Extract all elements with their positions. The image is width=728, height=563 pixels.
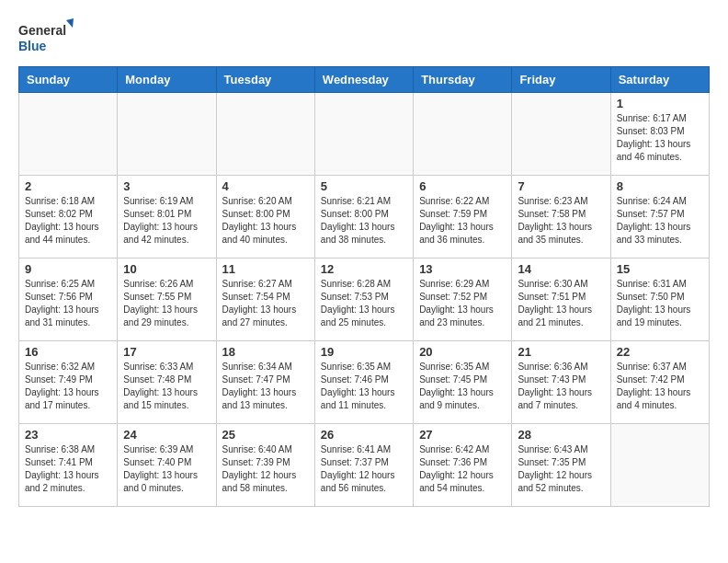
day-number: 15	[617, 262, 703, 276]
day-info: Sunrise: 6:20 AM Sunset: 8:00 PM Dayligh…	[222, 195, 309, 247]
calendar-cell: 15Sunrise: 6:31 AM Sunset: 7:50 PM Dayli…	[610, 259, 709, 341]
svg-marker-1	[66, 18, 74, 28]
day-number: 22	[617, 345, 703, 359]
day-info: Sunrise: 6:35 AM Sunset: 7:46 PM Dayligh…	[321, 361, 407, 412]
day-info: Sunrise: 6:18 AM Sunset: 8:02 PM Dayligh…	[25, 195, 111, 247]
day-number: 3	[123, 179, 210, 193]
day-info: Sunrise: 6:24 AM Sunset: 7:57 PM Dayligh…	[617, 195, 703, 247]
weekday-header-row: SundayMondayTuesdayWednesdayThursdayFrid…	[19, 67, 710, 93]
weekday-header-friday: Friday	[512, 67, 610, 93]
calendar-week-row: 16Sunrise: 6:32 AM Sunset: 7:49 PM Dayli…	[19, 341, 710, 424]
day-number: 18	[222, 345, 309, 359]
weekday-header-saturday: Saturday	[610, 67, 709, 93]
day-number: 7	[518, 179, 604, 193]
calendar-cell: 6Sunrise: 6:22 AM Sunset: 7:59 PM Daylig…	[414, 176, 512, 259]
day-info: Sunrise: 6:37 AM Sunset: 7:42 PM Dayligh…	[617, 361, 703, 412]
day-info: Sunrise: 6:34 AM Sunset: 7:47 PM Dayligh…	[222, 361, 309, 412]
svg-text:General: General	[18, 23, 66, 38]
calendar-cell: 10Sunrise: 6:26 AM Sunset: 7:55 PM Dayli…	[118, 259, 216, 341]
calendar-week-row: 9Sunrise: 6:25 AM Sunset: 7:56 PM Daylig…	[19, 259, 710, 341]
logo-svg: General Blue	[18, 18, 74, 55]
calendar-cell: 27Sunrise: 6:42 AM Sunset: 7:36 PM Dayli…	[414, 424, 512, 507]
day-number: 23	[25, 428, 111, 442]
calendar-cell	[314, 93, 413, 176]
day-info: Sunrise: 6:27 AM Sunset: 7:54 PM Dayligh…	[222, 278, 309, 329]
day-number: 28	[518, 428, 604, 442]
day-info: Sunrise: 6:30 AM Sunset: 7:51 PM Dayligh…	[518, 278, 604, 329]
calendar-cell: 20Sunrise: 6:35 AM Sunset: 7:45 PM Dayli…	[414, 341, 512, 424]
calendar-cell	[512, 93, 610, 176]
day-info: Sunrise: 6:42 AM Sunset: 7:36 PM Dayligh…	[419, 443, 506, 495]
calendar-week-row: 23Sunrise: 6:38 AM Sunset: 7:41 PM Dayli…	[19, 424, 710, 507]
day-info: Sunrise: 6:21 AM Sunset: 8:00 PM Dayligh…	[321, 195, 407, 247]
calendar-cell: 8Sunrise: 6:24 AM Sunset: 7:57 PM Daylig…	[610, 176, 709, 259]
day-number: 25	[222, 428, 309, 442]
day-info: Sunrise: 6:29 AM Sunset: 7:52 PM Dayligh…	[419, 278, 506, 329]
day-info: Sunrise: 6:41 AM Sunset: 7:37 PM Dayligh…	[321, 443, 407, 495]
calendar-cell: 12Sunrise: 6:28 AM Sunset: 7:53 PM Dayli…	[314, 259, 413, 341]
day-number: 27	[419, 428, 506, 442]
calendar-week-row: 1Sunrise: 6:17 AM Sunset: 8:03 PM Daylig…	[19, 93, 710, 176]
calendar-cell	[118, 93, 216, 176]
svg-text:Blue: Blue	[18, 39, 47, 53]
day-number: 9	[25, 262, 111, 276]
day-info: Sunrise: 6:35 AM Sunset: 7:45 PM Dayligh…	[419, 361, 506, 412]
logo: General Blue	[18, 18, 74, 55]
calendar-cell: 2Sunrise: 6:18 AM Sunset: 8:02 PM Daylig…	[19, 176, 118, 259]
day-info: Sunrise: 6:17 AM Sunset: 8:03 PM Dayligh…	[617, 112, 703, 164]
day-number: 2	[25, 179, 111, 193]
day-number: 21	[518, 345, 604, 359]
day-number: 1	[617, 97, 703, 110]
day-info: Sunrise: 6:38 AM Sunset: 7:41 PM Dayligh…	[25, 443, 111, 495]
day-info: Sunrise: 6:39 AM Sunset: 7:40 PM Dayligh…	[123, 443, 210, 495]
weekday-header-sunday: Sunday	[19, 67, 118, 93]
calendar-cell	[610, 424, 709, 507]
weekday-header-thursday: Thursday	[414, 67, 512, 93]
calendar-cell: 24Sunrise: 6:39 AM Sunset: 7:40 PM Dayli…	[118, 424, 216, 507]
day-number: 19	[321, 345, 407, 359]
calendar-cell: 17Sunrise: 6:33 AM Sunset: 7:48 PM Dayli…	[118, 341, 216, 424]
day-number: 6	[419, 179, 506, 193]
calendar-cell	[19, 93, 118, 176]
day-info: Sunrise: 6:32 AM Sunset: 7:49 PM Dayligh…	[25, 361, 111, 412]
calendar-cell: 25Sunrise: 6:40 AM Sunset: 7:39 PM Dayli…	[216, 424, 314, 507]
weekday-header-wednesday: Wednesday	[314, 67, 413, 93]
weekday-header-monday: Monday	[118, 67, 216, 93]
calendar-table: SundayMondayTuesdayWednesdayThursdayFrid…	[18, 66, 710, 507]
day-number: 12	[321, 262, 407, 276]
calendar-cell: 22Sunrise: 6:37 AM Sunset: 7:42 PM Dayli…	[610, 341, 709, 424]
calendar-cell: 21Sunrise: 6:36 AM Sunset: 7:43 PM Dayli…	[512, 341, 610, 424]
day-number: 17	[123, 345, 210, 359]
day-number: 10	[123, 262, 210, 276]
day-info: Sunrise: 6:33 AM Sunset: 7:48 PM Dayligh…	[123, 361, 210, 412]
calendar-cell	[216, 93, 314, 176]
day-number: 5	[321, 179, 407, 193]
calendar-cell: 14Sunrise: 6:30 AM Sunset: 7:51 PM Dayli…	[512, 259, 610, 341]
day-number: 26	[321, 428, 407, 442]
day-info: Sunrise: 6:36 AM Sunset: 7:43 PM Dayligh…	[518, 361, 604, 412]
day-info: Sunrise: 6:31 AM Sunset: 7:50 PM Dayligh…	[617, 278, 703, 329]
calendar-cell: 18Sunrise: 6:34 AM Sunset: 7:47 PM Dayli…	[216, 341, 314, 424]
day-number: 8	[617, 179, 703, 193]
calendar-cell: 3Sunrise: 6:19 AM Sunset: 8:01 PM Daylig…	[118, 176, 216, 259]
calendar-cell: 26Sunrise: 6:41 AM Sunset: 7:37 PM Dayli…	[314, 424, 413, 507]
day-number: 11	[222, 262, 309, 276]
calendar-cell: 1Sunrise: 6:17 AM Sunset: 8:03 PM Daylig…	[610, 93, 709, 176]
day-info: Sunrise: 6:22 AM Sunset: 7:59 PM Dayligh…	[419, 195, 506, 247]
calendar-cell: 19Sunrise: 6:35 AM Sunset: 7:46 PM Dayli…	[314, 341, 413, 424]
calendar-week-row: 2Sunrise: 6:18 AM Sunset: 8:02 PM Daylig…	[19, 176, 710, 259]
calendar-cell: 28Sunrise: 6:43 AM Sunset: 7:35 PM Dayli…	[512, 424, 610, 507]
day-number: 14	[518, 262, 604, 276]
calendar-cell: 11Sunrise: 6:27 AM Sunset: 7:54 PM Dayli…	[216, 259, 314, 341]
calendar-cell: 23Sunrise: 6:38 AM Sunset: 7:41 PM Dayli…	[19, 424, 118, 507]
day-number: 13	[419, 262, 506, 276]
day-info: Sunrise: 6:25 AM Sunset: 7:56 PM Dayligh…	[25, 278, 111, 329]
page-header: General Blue	[18, 18, 710, 55]
day-info: Sunrise: 6:19 AM Sunset: 8:01 PM Dayligh…	[123, 195, 210, 247]
day-number: 4	[222, 179, 309, 193]
calendar-cell: 9Sunrise: 6:25 AM Sunset: 7:56 PM Daylig…	[19, 259, 118, 341]
calendar-cell: 16Sunrise: 6:32 AM Sunset: 7:49 PM Dayli…	[19, 341, 118, 424]
day-number: 16	[25, 345, 111, 359]
weekday-header-tuesday: Tuesday	[216, 67, 314, 93]
calendar-cell: 5Sunrise: 6:21 AM Sunset: 8:00 PM Daylig…	[314, 176, 413, 259]
